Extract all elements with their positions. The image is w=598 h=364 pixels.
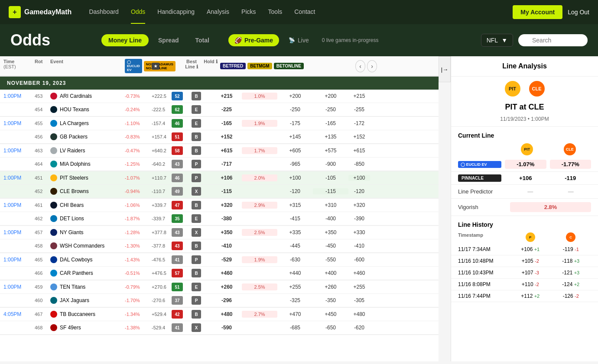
table-row: 452CLE Browns-0.94%-110.749X-115-120-115…: [0, 185, 439, 198]
history-val1: +107 -3: [510, 270, 551, 276]
nav-right: My Account Log Out: [513, 5, 589, 19]
pct-cell: -0.94%: [125, 189, 152, 194]
book-odds-cell: -305: [348, 297, 370, 303]
nav-handicapping[interactable]: Handicapping: [157, 0, 195, 24]
spread-cell: +377.8: [152, 230, 172, 235]
book-icon-badge: P: [192, 255, 201, 264]
best-line-cell: -410: [211, 243, 242, 249]
book-odds-cell: +260: [313, 284, 348, 290]
rot-cell: 468: [35, 325, 50, 330]
book-odds-cell: -965: [277, 161, 313, 167]
hold-cell: 2.5%: [242, 283, 277, 290]
pct-cell: -0.79%: [125, 284, 152, 290]
book-odds-cell: +255: [348, 284, 370, 290]
pct-cell: -0.83%: [125, 134, 152, 139]
best-line-cell: -115: [211, 188, 242, 194]
rank-badge: 46: [172, 119, 183, 128]
best-line-cell: -225: [211, 106, 242, 113]
history-row: 11/16 10:43PM+107 -3-121 +3: [451, 267, 598, 279]
history-timestamp: 11/16 7:44PM: [458, 293, 510, 299]
league-dropdown[interactable]: NFL ▼: [481, 34, 513, 47]
nav-odds[interactable]: Odds: [131, 0, 145, 24]
rank-badge: 43: [172, 228, 183, 237]
nav-dashboard[interactable]: Dashboard: [89, 0, 119, 24]
book-odds-cell: +100: [277, 175, 313, 181]
team1-icon: PIT: [505, 81, 520, 97]
nav-tools[interactable]: Tools: [268, 0, 283, 24]
time-cell[interactable]: 1:00PM: [3, 284, 35, 290]
panel-collapse-button[interactable]: |→: [439, 56, 451, 82]
spread-cell: -476.5: [152, 257, 172, 262]
pct-cell: -1.07%: [125, 175, 152, 180]
table-row: 4:05PM467TB Buccaneers-1.34%+529.442B+48…: [0, 308, 439, 321]
table-row: 468SF 49ers-1.38%-529.441X-590-685-650-6…: [0, 321, 439, 335]
league-label: NFL: [487, 37, 498, 44]
nav-analysis[interactable]: Analysis: [207, 0, 229, 24]
tab-spread[interactable]: Spread: [151, 34, 185, 46]
nav-picks[interactable]: Picks: [241, 0, 256, 24]
tab-total[interactable]: Total: [188, 34, 216, 46]
search-input[interactable]: [518, 34, 588, 46]
time-cell[interactable]: 1:00PM: [3, 229, 35, 235]
side-panel: Line Analysis PIT CLE PIT at CLE 11/19/2…: [451, 56, 598, 361]
my-account-button[interactable]: My Account: [513, 5, 562, 19]
book-odds-cell: +152: [348, 134, 370, 140]
hold-cell: 2.9%: [242, 202, 277, 209]
game-group: 1:00PM461CHI Bears-1.06%+339.747B+3202.9…: [0, 199, 439, 226]
best-line-cell: -529: [211, 257, 242, 263]
team-name-cell: TEN Titans: [50, 283, 125, 290]
pct-cell: -0.73%: [125, 93, 152, 99]
book-odds-cell: +200: [277, 93, 313, 99]
tab-money-line[interactable]: Money Line: [101, 34, 149, 46]
pct-cell: -1.06%: [125, 203, 152, 208]
history-table-header: Timestamp P C: [451, 231, 598, 244]
pct-cell: -0.47%: [125, 148, 152, 153]
spread-cell: +640.2: [152, 148, 172, 153]
euclid-team2-val: -1.77%: [550, 160, 592, 169]
time-cell[interactable]: 1:00PM: [3, 175, 35, 181]
match-title: PIT at CLE: [451, 98, 598, 116]
rot-cell: 452: [35, 189, 50, 194]
team-name-cell: SF 49ers: [50, 324, 125, 331]
scroll-left-button[interactable]: ‹: [355, 60, 365, 72]
radio-icon: 📡: [289, 37, 295, 43]
book-odds-cell: -120: [348, 188, 370, 194]
page-title: Odds: [10, 31, 80, 49]
logout-button[interactable]: Log Out: [568, 9, 589, 16]
col-books-logos: ◯ EUCLIDEV NOSTRADAMUSNO-VIG LINE: [125, 59, 152, 73]
live-tab[interactable]: 📡 Live: [283, 34, 315, 46]
history-val2: -121 +3: [551, 270, 592, 276]
rot-cell: 453: [35, 93, 50, 99]
rank-badge: 62: [172, 105, 183, 114]
table-row: 466CAR Panthers-0.51%+476.557B+460+440+4…: [0, 267, 439, 280]
football-icon: 🏈: [234, 37, 242, 44]
rank-badge: 42: [172, 310, 183, 319]
nav-contact[interactable]: Contact: [294, 0, 315, 24]
time-cell[interactable]: 4:05PM: [3, 311, 35, 317]
current-line-team-header: PIT CLE: [451, 142, 598, 157]
logo: + GamedayMath: [9, 6, 72, 18]
history-col-team2: C: [551, 232, 592, 242]
time-cell[interactable]: 1:00PM: [3, 93, 35, 99]
book-icon-badge: B: [192, 242, 201, 250]
rot-cell: 451: [35, 175, 50, 180]
spread-cell: -377.8: [152, 243, 172, 248]
rot-cell: 464: [35, 161, 50, 167]
rank-badge: 37: [172, 296, 183, 305]
pregame-label: Pre-Game: [244, 37, 273, 44]
book-icon-badge: X: [192, 323, 201, 332]
history-timestamp: 11/17 7:34AM: [458, 246, 510, 252]
spread-cell: -529.4: [152, 325, 172, 330]
pct-cell: -1.38%: [125, 325, 152, 330]
time-cell[interactable]: 1:00PM: [3, 202, 35, 208]
time-cell[interactable]: 1:00PM: [3, 148, 35, 154]
pct-cell: -1.10%: [125, 121, 152, 126]
book-odds-cell: +470: [277, 311, 313, 317]
scroll-right-button[interactable]: ›: [367, 60, 377, 72]
time-cell[interactable]: 1:00PM: [3, 120, 35, 126]
pregame-tab[interactable]: 🏈 Pre-Game: [228, 34, 279, 46]
spread-cell: +339.7: [152, 203, 172, 208]
game-group: 4:05PM467TB Buccaneers-1.34%+529.442B+48…: [0, 308, 439, 335]
time-cell[interactable]: 1:00PM: [3, 257, 35, 263]
rank-badge: 49: [172, 187, 183, 196]
